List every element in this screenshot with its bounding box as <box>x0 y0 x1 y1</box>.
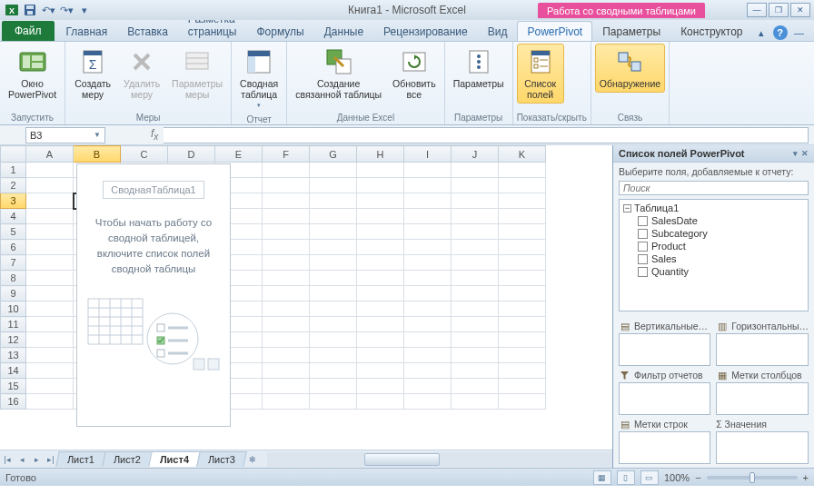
cell[interactable] <box>404 271 452 286</box>
cell[interactable] <box>357 363 404 379</box>
cell[interactable] <box>310 163 357 178</box>
tab-insert[interactable]: Вставка <box>117 21 178 41</box>
cell[interactable] <box>499 348 546 363</box>
ribbon-new-measure-button[interactable]: ΣСоздатьмеру <box>69 44 116 104</box>
cell[interactable] <box>310 317 357 332</box>
sheet-tab[interactable]: Лист4 <box>148 451 201 467</box>
row-header[interactable]: 6 <box>1 240 26 255</box>
row-header[interactable]: 10 <box>1 301 26 317</box>
cell[interactable] <box>357 163 404 178</box>
row-header[interactable]: 9 <box>1 286 26 301</box>
cell[interactable] <box>499 255 546 271</box>
workbook-restore-icon[interactable]: ❐ <box>811 25 814 41</box>
cell[interactable] <box>357 209 404 224</box>
cell[interactable] <box>452 301 499 317</box>
qat-customize-icon[interactable]: ▾ <box>76 2 93 18</box>
cell[interactable] <box>263 255 310 271</box>
cell[interactable] <box>404 193 452 209</box>
field-checkbox[interactable] <box>638 242 648 252</box>
cell[interactable] <box>310 178 357 193</box>
field-search-input[interactable] <box>619 181 809 195</box>
cell[interactable] <box>499 394 546 410</box>
cell[interactable] <box>26 209 74 224</box>
cell[interactable] <box>404 394 452 410</box>
cell[interactable] <box>310 363 357 379</box>
area-values[interactable]: Σ Значения <box>716 419 809 464</box>
cell[interactable] <box>310 224 357 240</box>
cell[interactable] <box>357 348 404 363</box>
field-checkbox[interactable] <box>638 254 648 264</box>
tab-formulas[interactable]: Формулы <box>246 21 313 41</box>
ribbon-field-list-button[interactable]: Списокполей <box>517 44 564 104</box>
cell[interactable] <box>26 193 74 209</box>
view-normal-icon[interactable]: ▦ <box>593 470 611 485</box>
cell[interactable] <box>263 348 310 363</box>
column-header[interactable]: E <box>215 146 263 163</box>
cell[interactable] <box>499 193 546 209</box>
row-header[interactable]: 16 <box>1 394 26 410</box>
cell[interactable] <box>26 317 74 332</box>
cell[interactable] <box>26 332 74 348</box>
cell[interactable] <box>26 240 74 255</box>
tab-review[interactable]: Рецензирование <box>373 21 478 41</box>
cell[interactable] <box>310 240 357 255</box>
view-page-break-icon[interactable]: ▭ <box>640 470 659 485</box>
cell[interactable] <box>310 255 357 271</box>
cell[interactable] <box>357 178 404 193</box>
tab-data[interactable]: Данные <box>314 21 373 41</box>
view-page-layout-icon[interactable]: ▯ <box>617 470 635 485</box>
row-header[interactable]: 15 <box>1 379 26 394</box>
column-header[interactable]: A <box>26 146 74 163</box>
cell[interactable] <box>357 271 404 286</box>
name-box-dropdown-icon[interactable]: ▼ <box>94 131 101 139</box>
cell[interactable] <box>404 379 452 394</box>
field-row[interactable]: SalesDate <box>623 215 804 226</box>
cell[interactable] <box>26 394 74 410</box>
ribbon-params-button[interactable]: Параметры <box>449 44 509 93</box>
cell[interactable] <box>263 209 310 224</box>
cell[interactable] <box>499 317 546 332</box>
cell[interactable] <box>26 255 74 271</box>
tab-design[interactable]: Конструктор <box>670 21 752 41</box>
zoom-in-button[interactable]: + <box>803 472 809 483</box>
ribbon-pivot-button[interactable]: Своднаятаблица <box>235 44 283 114</box>
cell[interactable] <box>452 178 499 193</box>
cell[interactable] <box>357 255 404 271</box>
sheet-nav-first-icon[interactable]: |◂ <box>0 452 15 467</box>
cell[interactable] <box>263 240 310 255</box>
cell[interactable] <box>452 224 499 240</box>
cell[interactable] <box>452 394 499 410</box>
cell[interactable] <box>357 240 404 255</box>
minimize-button[interactable]: — <box>747 3 767 17</box>
formula-input[interactable] <box>164 127 809 143</box>
field-checkbox[interactable] <box>638 216 648 226</box>
cell[interactable] <box>499 163 546 178</box>
cell[interactable] <box>404 240 452 255</box>
cell[interactable] <box>404 209 452 224</box>
grid[interactable]: ABCDEFGHIJK12345678910111213141516 Сводн… <box>0 145 612 450</box>
save-icon[interactable] <box>22 2 38 18</box>
cell[interactable] <box>263 363 310 379</box>
cell[interactable] <box>263 271 310 286</box>
redo-icon[interactable]: ↷▾ <box>58 2 74 18</box>
cell[interactable] <box>452 240 499 255</box>
cell[interactable] <box>404 317 452 332</box>
row-header[interactable]: 8 <box>1 271 26 286</box>
column-header[interactable]: F <box>263 146 310 163</box>
cell[interactable] <box>499 240 546 255</box>
row-header[interactable]: 14 <box>1 363 26 379</box>
cell[interactable] <box>310 379 357 394</box>
cell[interactable] <box>499 379 546 394</box>
tab-view[interactable]: Вид <box>478 21 518 41</box>
file-tab[interactable]: Файл <box>2 21 55 41</box>
cell[interactable] <box>26 178 74 193</box>
cell[interactable] <box>310 193 357 209</box>
cell[interactable] <box>499 271 546 286</box>
cell[interactable] <box>26 301 74 317</box>
cell[interactable] <box>452 379 499 394</box>
area-report-filter[interactable]: Фильтр отчетов <box>619 370 710 415</box>
cell[interactable] <box>26 224 74 240</box>
cell[interactable] <box>499 209 546 224</box>
area-row-labels[interactable]: ▤Метки строк <box>619 419 710 464</box>
cell[interactable] <box>452 271 499 286</box>
